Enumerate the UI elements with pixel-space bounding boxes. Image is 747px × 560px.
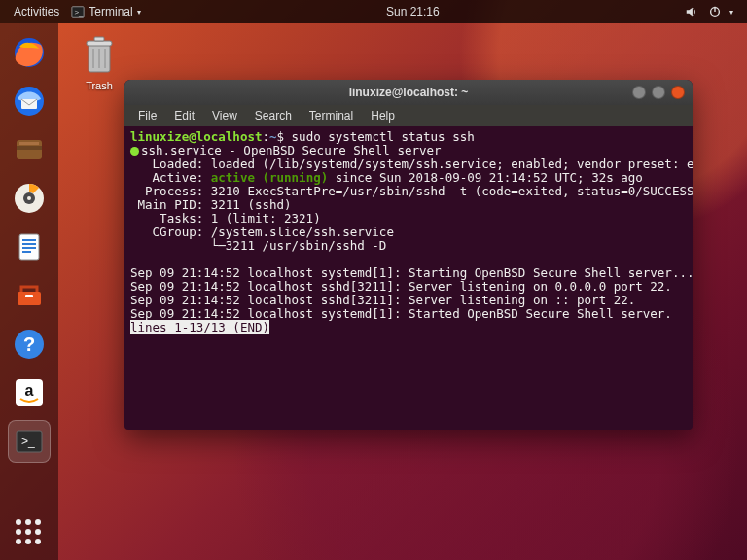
prompt-user: linuxize@localhost <box>130 129 262 144</box>
svg-text:a: a <box>25 382 34 399</box>
log-line: Sep 09 21:14:52 localhost systemd[1]: St… <box>130 265 693 280</box>
document-icon <box>12 229 47 264</box>
svg-text:>_: >_ <box>75 8 85 17</box>
activities-label: Activities <box>14 5 59 18</box>
terminal-viewport[interactable]: linuxize@localhost:~$ sudo systemctl sta… <box>124 126 693 430</box>
minimize-button[interactable] <box>632 86 646 99</box>
status-dot-icon <box>130 147 139 156</box>
show-applications[interactable] <box>16 519 43 546</box>
svg-text:?: ? <box>23 333 35 355</box>
dock-help[interactable]: ? <box>8 323 51 366</box>
desktop-trash[interactable]: Trash <box>72 33 126 91</box>
chevron-down-icon: ▾ <box>729 8 733 17</box>
dock-thunderbird[interactable] <box>8 80 51 122</box>
svg-rect-6 <box>94 37 104 41</box>
dock-firefox[interactable] <box>8 31 51 74</box>
power-icon <box>708 5 722 18</box>
clock[interactable]: Sun 21:16 <box>380 5 445 18</box>
window-controls <box>632 86 685 99</box>
process-line: Process: 3210 ExecStartPre=/usr/sbin/ssh… <box>130 184 693 198</box>
tasks-line: Tasks: 1 (limit: 2321) <box>130 211 321 226</box>
prompt-path: ~ <box>269 129 277 144</box>
svg-rect-15 <box>19 142 39 145</box>
active-value: active (running) <box>211 170 328 185</box>
dock-terminal[interactable]: >_ <box>8 420 51 463</box>
help-icon: ? <box>12 327 47 362</box>
maximize-button[interactable] <box>652 86 665 99</box>
dock-amazon[interactable]: a <box>8 371 51 414</box>
cgroup-line2: └─3211 /usr/sbin/sshd -D <box>130 238 386 253</box>
system-status-area[interactable]: ▾ <box>679 5 739 18</box>
pager-status: lines 1-13/13 (END) <box>130 320 269 334</box>
gnome-top-bar: Activities >_ Terminal ▾ Sun 21:16 ▾ <box>0 0 747 23</box>
menu-terminal[interactable]: Terminal <box>302 107 361 124</box>
svg-text:>_: >_ <box>21 435 35 448</box>
clock-label: Sun 21:16 <box>386 5 440 18</box>
dock-files[interactable] <box>8 128 51 171</box>
svg-point-18 <box>27 196 31 200</box>
activities-button[interactable]: Activities <box>8 5 65 18</box>
loaded-line: Loaded: loaded (/lib/systemd/system/ssh.… <box>130 157 693 171</box>
app-menu-label: Terminal <box>89 5 132 18</box>
menu-file[interactable]: File <box>130 107 164 124</box>
menu-view[interactable]: View <box>204 107 245 124</box>
prompt-dollar: $ <box>277 129 292 144</box>
log-line: Sep 09 21:14:52 localhost sshd[3211]: Se… <box>130 279 672 294</box>
terminal-menubar: File Edit View Search Terminal Help <box>124 105 693 126</box>
active-rest: since Sun 2018-09-09 21:14:52 UTC; 32s a… <box>328 170 643 185</box>
dock-writer[interactable] <box>8 226 51 268</box>
svg-rect-14 <box>17 146 42 150</box>
active-label: Active: <box>130 170 211 185</box>
trash-icon <box>80 33 119 76</box>
prompt-colon: : <box>262 129 269 144</box>
volume-icon <box>685 5 698 18</box>
window-title: linuxize@localhost: ~ <box>124 86 693 99</box>
firefox-icon <box>12 35 47 70</box>
svg-rect-25 <box>25 295 33 298</box>
terminal-window: linuxize@localhost: ~ File Edit View Sea… <box>124 80 693 430</box>
service-line: ssh.service - OpenBSD Secure Shell serve… <box>141 143 442 158</box>
apps-grid-icon <box>16 519 43 546</box>
cgroup-line1: CGroup: /system.slice/ssh.service <box>130 225 394 239</box>
mainpid-line: Main PID: 3211 (sshd) <box>130 197 292 212</box>
files-icon <box>12 132 47 167</box>
app-menu[interactable]: >_ Terminal ▾ <box>65 5 146 18</box>
trash-label: Trash <box>72 80 126 91</box>
dock-software[interactable] <box>8 274 51 317</box>
menu-help[interactable]: Help <box>363 107 403 124</box>
svg-rect-24 <box>18 292 41 305</box>
ubuntu-dock: ? a >_ <box>0 23 58 560</box>
dock-rhythmbox[interactable] <box>8 177 51 220</box>
music-icon <box>12 181 47 216</box>
close-button[interactable] <box>671 86 685 99</box>
chevron-down-icon: ▾ <box>137 8 141 17</box>
command-text: sudo systemctl status ssh <box>292 129 475 144</box>
software-icon <box>12 278 47 313</box>
svg-rect-5 <box>87 41 112 46</box>
menu-edit[interactable]: Edit <box>166 107 202 124</box>
window-titlebar[interactable]: linuxize@localhost: ~ <box>124 80 693 105</box>
terminal-icon: >_ <box>71 5 85 18</box>
menu-search[interactable]: Search <box>247 107 300 124</box>
terminal-icon: >_ <box>12 424 47 459</box>
thunderbird-icon <box>12 84 47 119</box>
log-line: Sep 09 21:14:52 localhost sshd[3211]: Se… <box>130 293 635 307</box>
amazon-icon: a <box>12 375 47 410</box>
log-line: Sep 09 21:14:52 localhost systemd[1]: St… <box>130 306 672 321</box>
